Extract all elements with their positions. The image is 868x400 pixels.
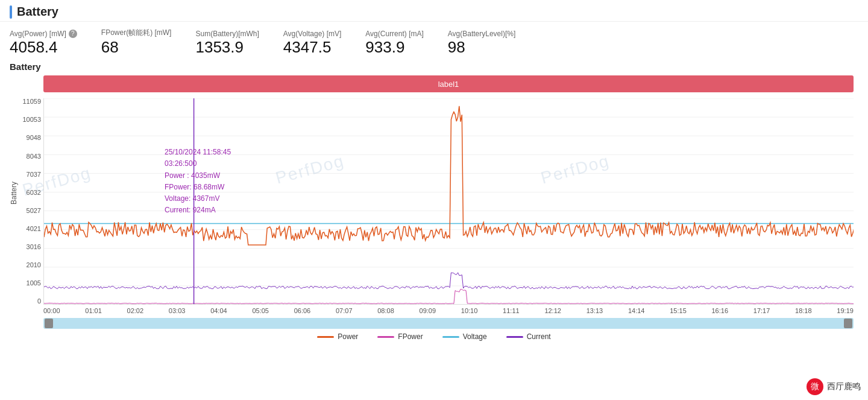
y-axis-label: 7037 [27, 171, 41, 178]
x-axis-label: 18:18 [795, 307, 812, 314]
x-axis-label: 05:05 [252, 307, 269, 314]
x-axis-label: 16:16 [712, 307, 729, 314]
y-axis-label: 10053 [22, 116, 41, 123]
legend-item: Current [506, 332, 551, 341]
logo-text: 西厅鹿鸣 [827, 381, 861, 392]
x-axis-label: 08:08 [377, 307, 394, 314]
tooltip-voltage: Voltage: 4367mV [165, 193, 231, 205]
legend-item: Power [317, 332, 358, 341]
y-axis-label: 8043 [27, 153, 41, 160]
page-wrapper: Battery Avg(Power) [mW]? 4058.4 FPower(帧… [0, 0, 868, 400]
legend: Power FPower Voltage Current [0, 329, 868, 342]
weibo-icon: 微 [807, 378, 823, 395]
x-axis-label: 07:07 [336, 307, 353, 314]
x-axis-label: 00:00 [43, 307, 60, 314]
header: Battery [0, 0, 868, 22]
stats-row: Avg(Power) [mW]? 4058.4 FPower(帧能耗) [mW]… [0, 22, 868, 59]
x-axis-label: 19:19 [837, 307, 854, 314]
y-axis-label: 11059 [22, 98, 41, 105]
scrollbar-handle-left[interactable] [45, 319, 53, 328]
stat-item: Avg(Voltage) [mV] 4347.5 [283, 30, 342, 57]
y-axis-label: 0 [37, 298, 41, 305]
stat-label: FPower(帧能耗) [mW] [101, 28, 172, 38]
legend-line [442, 336, 459, 338]
stat-value: 4058.4 [10, 38, 58, 57]
x-axis-label: 17:17 [753, 307, 770, 314]
x-axis-label: 15:15 [670, 307, 687, 314]
stat-item: Avg(BatteryLevel)[%] 98 [448, 30, 516, 57]
stat-value: 4347.5 [283, 38, 332, 57]
stat-label: Avg(Current) [mA] [365, 30, 423, 38]
stat-value: 98 [448, 38, 465, 57]
chart-section: Battery label1 PerfDog PerfDog PerfDog B… [0, 59, 868, 329]
y-axis-label: 5027 [27, 208, 41, 214]
tooltip-datetime: 25/10/2024 11:58:45 [165, 147, 231, 158]
scrollbar[interactable] [43, 318, 854, 329]
legend-label: Power [338, 332, 358, 341]
x-axis-label: 02:02 [127, 307, 144, 314]
x-axis-label: 13:13 [587, 307, 603, 314]
stat-item: Sum(Battery)[mWh] 1353.9 [195, 30, 259, 57]
chart-container: label1 PerfDog PerfDog PerfDog Battery 0… [10, 75, 858, 329]
legend-line [317, 336, 334, 338]
tooltip-time: 03:26:500 [165, 158, 231, 170]
x-axis-label: 04:04 [210, 307, 227, 314]
chart-plot[interactable]: 25/10/2024 11:58:45 03:26:500 Power : 40… [43, 98, 854, 305]
x-axis-label: 11:11 [503, 307, 520, 314]
stat-label: Sum(Battery)[mWh] [195, 30, 259, 38]
title-text: Battery [17, 5, 58, 19]
legend-label: Voltage [463, 332, 487, 341]
x-axis-label: 06:06 [294, 307, 311, 314]
legend-label: Current [527, 332, 551, 341]
y-axis-label: 4021 [27, 226, 41, 232]
label-bar: label1 [43, 75, 854, 92]
y-axis-label: 1005 [27, 280, 41, 287]
x-axis-label: 10:10 [461, 307, 478, 314]
tooltip-fpower: FPower: 68.68mW [165, 182, 231, 193]
x-axis-label: 09:09 [420, 307, 436, 314]
scrollbar-handle-right[interactable] [844, 319, 852, 328]
legend-item: Voltage [442, 332, 487, 341]
legend-item: FPower [377, 332, 423, 341]
stat-value: 68 [101, 38, 119, 57]
stat-label: Avg(Voltage) [mV] [283, 30, 342, 38]
x-axis-label: 03:03 [169, 307, 186, 314]
stat-value: 933.9 [365, 38, 404, 57]
y-axis-label: 2010 [27, 262, 41, 268]
stat-label: Avg(Power) [mW]? [10, 30, 77, 38]
legend-line [506, 336, 523, 338]
y-axis-label: 9048 [27, 135, 41, 141]
y-axis-label: 6032 [27, 189, 41, 196]
legend-label: FPower [398, 332, 423, 341]
chart-title: Battery [10, 62, 858, 72]
stat-value: 1353.9 [195, 38, 244, 57]
info-icon[interactable]: ? [69, 30, 77, 38]
label-bar-text: label1 [438, 80, 459, 89]
tooltip: 25/10/2024 11:58:45 03:26:500 Power : 40… [165, 147, 231, 216]
y-axis-label: 3016 [27, 244, 41, 250]
tooltip-current: Current: 924mA [165, 205, 231, 216]
bottom-logo: 微 西厅鹿鸣 [807, 378, 861, 395]
tooltip-power: Power : 4035mW [165, 170, 231, 182]
stat-item: FPower(帧能耗) [mW] 68 [101, 28, 172, 57]
x-axis: 00:0001:0102:0203:0304:0405:0506:0607:07… [43, 305, 854, 317]
x-axis-label: 12:12 [544, 307, 561, 314]
x-axis-label: 14:14 [628, 307, 645, 314]
stat-item: Avg(Current) [mA] 933.9 [365, 30, 423, 57]
stat-item: Avg(Power) [mW]? 4058.4 [10, 30, 77, 57]
stat-label: Avg(BatteryLevel)[%] [448, 30, 516, 38]
legend-line [377, 336, 394, 338]
x-axis-label: 01:01 [85, 307, 102, 314]
y-axis: 0100520103016402150276032703780439048100… [10, 98, 43, 305]
page-title: Battery [10, 5, 858, 19]
